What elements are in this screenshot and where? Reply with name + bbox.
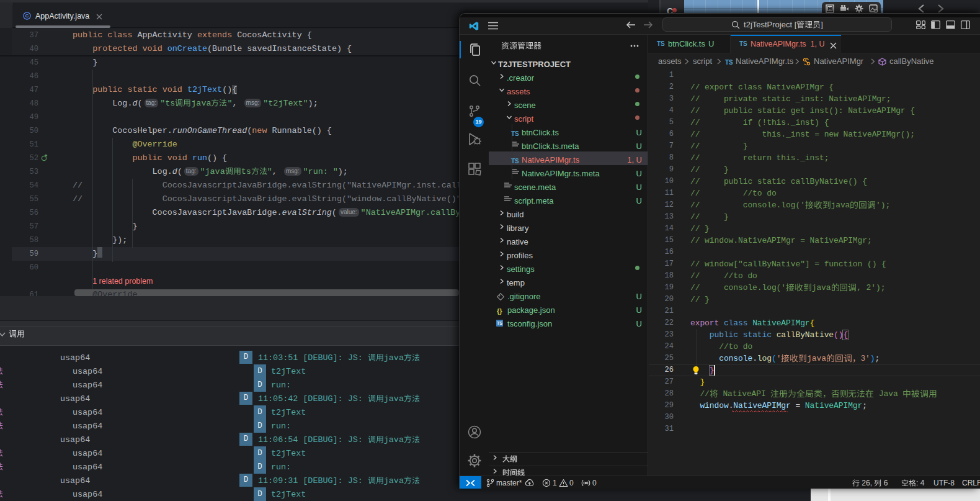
svg-text:C: C — [25, 13, 29, 19]
